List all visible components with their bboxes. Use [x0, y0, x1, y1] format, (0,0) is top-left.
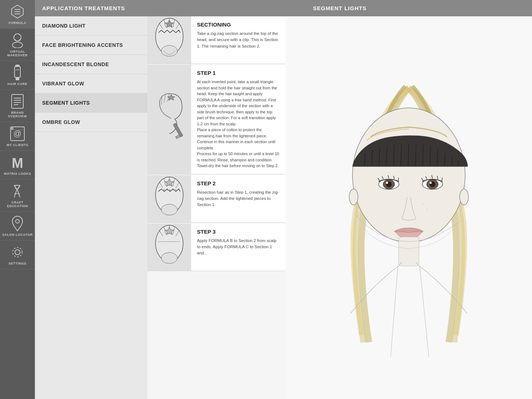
- svg-point-100: [423, 203, 424, 205]
- sectioning-desc: Take a zig-zag section around the top of…: [197, 31, 280, 49]
- svg-line-25: [17, 189, 20, 197]
- sidebar-item-brand-overview-label: BRAND OVERVIEW: [1, 111, 33, 118]
- matrix-looks-icon: M: [9, 154, 25, 170]
- sidebar-item-virtual-makeover-label: VIRTUAL MAKEOVER: [1, 50, 33, 57]
- svg-text:M: M: [12, 156, 23, 170]
- sidebar-item-formula[interactable]: FORMULA: [0, 0, 35, 29]
- treatment-item-face-brightening[interactable]: FACE BRIGHTENING ACCENTS: [35, 36, 148, 55]
- svg-point-97: [460, 189, 468, 205]
- step2-title: STEP 2: [197, 180, 280, 186]
- svg-point-51: [161, 204, 177, 215]
- step3-title: STEP 3: [197, 229, 280, 235]
- sidebar-item-salon-locator[interactable]: SALON LOCATOR: [0, 212, 35, 241]
- svg-point-80: [386, 182, 388, 184]
- main-panel-header: SEGMENT LIGHTS: [148, 0, 532, 16]
- step2-desc: Resection hair as in Step 1, creating th…: [197, 189, 280, 208]
- sidebar-item-craft-education-label: CRAFT EDUCATION: [1, 201, 33, 208]
- svg-point-4: [14, 34, 21, 41]
- steps-panel: SECTIONING Take a zig-zag section around…: [148, 16, 286, 399]
- brand-overview-icon: [9, 93, 25, 109]
- sidebar-item-settings[interactable]: SETTINGS: [0, 241, 35, 269]
- settings-icon: [9, 244, 25, 260]
- step-card-sectioning: SECTIONING Take a zig-zag section around…: [148, 16, 286, 64]
- formula-icon: [9, 4, 25, 20]
- svg-point-89: [430, 182, 432, 184]
- svg-point-59: [161, 253, 177, 263]
- svg-line-94: [442, 178, 442, 181]
- sidebar-item-hair-care[interactable]: HAIR CARE: [0, 61, 35, 90]
- svg-rect-42: [176, 135, 180, 139]
- treatments-panel: APPLICATION TREATMENTS DIAMOND LIGHT FAC…: [35, 0, 148, 399]
- svg-rect-9: [16, 77, 19, 80]
- step-text-step2: STEP 2 Resection hair as in Step 1, crea…: [191, 175, 286, 222]
- step-card-step1: STEP 1 At each inverted point, take a sm…: [148, 65, 286, 174]
- my-clients-icon: @: [9, 126, 25, 142]
- treatment-item-diamond-light[interactable]: DIAMOND LIGHT: [35, 16, 148, 36]
- svg-line-20: [14, 185, 16, 189]
- svg-rect-18: [11, 127, 13, 130]
- sidebar-item-brand-overview[interactable]: BRAND OVERVIEW: [0, 90, 35, 122]
- svg-point-5: [12, 42, 23, 48]
- sidebar-item-virtual-makeover[interactable]: VIRTUAL MAKEOVER: [0, 29, 35, 61]
- svg-point-29: [13, 247, 22, 257]
- hair-care-icon: [9, 65, 25, 81]
- sidebar-item-matrix-looks[interactable]: M MATRIX LOOKS: [0, 151, 35, 180]
- svg-line-85: [398, 178, 399, 181]
- virtual-makeover-icon: [9, 32, 25, 48]
- sidebar-item-hair-care-label: HAIR CARE: [8, 82, 28, 86]
- step1-title: STEP 1: [197, 70, 280, 76]
- sidebar-item-formula-label: FORMULA: [9, 21, 27, 25]
- step3-desc: Apply FORMULA B to Section 2 from scalp …: [197, 238, 280, 257]
- portrait-illustration: [300, 59, 518, 357]
- step-card-step3: STEP 3 Apply FORMULA B to Section 2 from…: [148, 223, 286, 271]
- treatments-panel-header: APPLICATION TREATMENTS: [35, 0, 148, 16]
- step1-desc: At each inverted point, take a small tri…: [197, 79, 280, 169]
- step-card-step2: STEP 2 Resection hair as in Step 1, crea…: [148, 175, 286, 223]
- step-text-sectioning: SECTIONING Take a zig-zag section around…: [191, 16, 286, 64]
- svg-text:@: @: [13, 129, 21, 138]
- svg-rect-7: [15, 66, 20, 77]
- sectioning-title: SECTIONING: [197, 21, 280, 28]
- step-image-step2: [148, 175, 191, 222]
- step-image-step3: [148, 223, 191, 271]
- content-body: SECTIONING Take a zig-zag section around…: [148, 16, 532, 399]
- sidebar-item-salon-locator-label: SALON LOCATOR: [2, 233, 33, 237]
- sidebar-item-matrix-looks-label: MATRIX LOOKS: [4, 172, 31, 176]
- svg-line-21: [18, 185, 20, 189]
- step-image-step1: [148, 65, 191, 174]
- sidebar-item-my-clients[interactable]: @ MY CLIENTS: [0, 122, 35, 151]
- portrait-panel: [286, 16, 532, 399]
- step-text-step3: STEP 3 Apply FORMULA B to Section 2 from…: [191, 223, 286, 271]
- svg-point-28: [15, 250, 20, 255]
- step-image-sectioning: [148, 16, 191, 64]
- svg-point-61: [352, 108, 465, 242]
- svg-point-101: [427, 209, 428, 210]
- sidebar-item-craft-education[interactable]: CRAFT EDUCATION: [0, 180, 35, 212]
- svg-rect-10: [12, 94, 23, 108]
- svg-point-27: [16, 219, 19, 223]
- treatment-item-segment-lights[interactable]: SEGMENT LIGHTS: [35, 93, 148, 113]
- treatment-item-vibrant-glow[interactable]: VIBRANT GLOW: [35, 74, 148, 93]
- main-content: SEGMENT LIGHTS: [148, 0, 532, 399]
- svg-line-24: [14, 189, 17, 197]
- treatment-item-ombre-glow[interactable]: OMBRE GLOW: [35, 113, 148, 132]
- craft-education-icon: [9, 183, 25, 199]
- step-text-step1: STEP 1 At each inverted point, take a sm…: [191, 65, 286, 174]
- salon-locator-icon: [9, 215, 25, 231]
- sidebar: FORMULA VIRTUAL MAKEOVER HAIR CARE: [0, 0, 35, 399]
- sidebar-item-settings-label: SETTINGS: [8, 262, 26, 265]
- sidebar-item-my-clients-label: MY CLIENTS: [7, 143, 28, 147]
- treatment-item-incandescent-blonde[interactable]: INCANDESCENT BLONDE: [35, 55, 148, 74]
- svg-point-96: [349, 189, 358, 205]
